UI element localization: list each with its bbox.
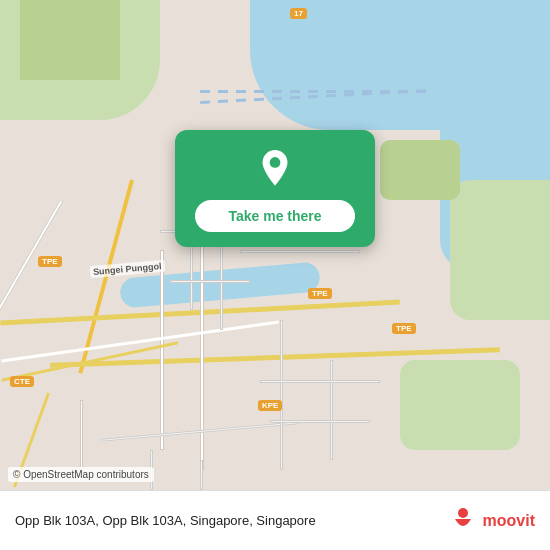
road-sm-12 [270,420,370,423]
location-info: Opp Blk 103A, Opp Blk 103A, Singapore, S… [15,513,316,528]
road-sm-4 [170,280,250,283]
highway-label-cte: CTE [10,376,34,387]
take-me-there-card: Take me there [175,130,375,247]
highway-label-kpe: KPE [258,400,282,411]
take-me-there-button[interactable]: Take me there [195,200,355,232]
road-vertical-2 [160,250,164,450]
map-container: 17 TPE TPE TPE CTE KPE Sungei Punggol Ta… [0,0,550,490]
road-sm-11 [260,380,380,383]
moovit-logo: moovit [447,505,535,537]
highway-label-17: 17 [290,8,307,19]
road-sm-10 [330,360,333,460]
green-area-tl2 [20,0,120,80]
green-area-bottom-right [400,360,520,450]
green-area-mid [380,140,460,200]
svg-point-1 [458,508,468,518]
water-body-top2 [270,0,390,60]
map-attribution: © OpenStreetMap contributors [8,467,154,482]
road-sm-9 [280,320,283,470]
road-sm-8 [200,460,203,490]
highway-label-tpe-2: TPE [308,288,332,299]
highway-label-tpe-3: TPE [392,323,416,334]
road-sm-5 [240,250,360,253]
moovit-brand-name: moovit [483,512,535,530]
svg-point-0 [270,157,281,168]
green-area-right [450,180,550,320]
location-pin-icon [255,150,295,190]
bottom-bar: Opp Blk 103A, Opp Blk 103A, Singapore, S… [0,490,550,550]
moovit-brand-icon [447,505,479,537]
location-name: Opp Blk 103A, Opp Blk 103A, Singapore, S… [15,513,316,528]
highway-label-tpe-1: TPE [38,256,62,267]
